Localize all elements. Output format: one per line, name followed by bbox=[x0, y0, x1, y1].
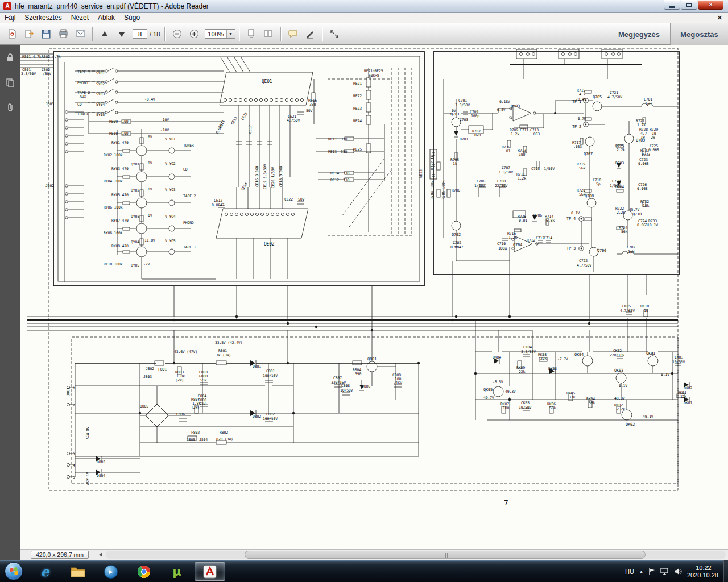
schematic-label: 33.5V (42.4V) bbox=[215, 340, 242, 345]
schematic-label: -7.7V bbox=[557, 357, 568, 361]
zoom-in-icon bbox=[189, 29, 199, 39]
print-button[interactable] bbox=[56, 27, 71, 41]
menubar-close-icon[interactable]: ✕ bbox=[717, 14, 722, 22]
schematic-label: D805 bbox=[140, 404, 148, 409]
schematic-label: CD bbox=[183, 167, 187, 172]
schematic-label: 0V bbox=[148, 187, 152, 192]
share-pane-button[interactable]: Megosztás bbox=[670, 23, 728, 45]
schematic-label: C714 bbox=[544, 236, 552, 240]
open-button[interactable] bbox=[5, 27, 19, 41]
minimize-button[interactable] bbox=[664, 0, 680, 10]
internet-explorer-icon: e bbox=[41, 564, 49, 579]
attachments-button[interactable] bbox=[5, 102, 16, 113]
taskbar-adobe-reader-button[interactable] bbox=[195, 562, 225, 581]
schematic-label: R704 100k bbox=[430, 181, 435, 199]
send-file-button[interactable] bbox=[22, 27, 36, 41]
page-display-button[interactable] bbox=[261, 27, 276, 41]
action-center-flag-icon[interactable] bbox=[648, 568, 655, 576]
zoom-in-button[interactable] bbox=[187, 27, 201, 41]
zoom-out-icon bbox=[172, 29, 182, 39]
schematic-label: D804 bbox=[97, 473, 105, 478]
menu-view[interactable]: Nézet bbox=[67, 13, 93, 22]
taskbar-utorrent-button[interactable]: µ bbox=[160, 560, 193, 582]
volume-icon[interactable] bbox=[674, 568, 682, 575]
scroll-mode-button[interactable] bbox=[244, 27, 259, 41]
schematic-label: CK02 bbox=[613, 348, 622, 353]
schematic-label: CK04 bbox=[523, 345, 532, 350]
schematic-label: TAPE 2 bbox=[183, 194, 196, 198]
taskbar-internet-explorer-button[interactable]: e bbox=[28, 560, 61, 582]
network-icon[interactable] bbox=[660, 568, 669, 575]
taskbar-chrome-button[interactable] bbox=[127, 560, 160, 582]
page-down-icon bbox=[118, 30, 126, 38]
toolbar-separator bbox=[322, 27, 322, 41]
schematic-label: ACW 8V bbox=[85, 427, 90, 439]
schematic-label: J502 bbox=[46, 184, 54, 188]
schematic-label: C707 bbox=[502, 165, 510, 170]
schematic-label: -8.4V bbox=[144, 97, 155, 102]
comment-button[interactable] bbox=[286, 27, 300, 41]
schematic-label: C703 bbox=[460, 118, 468, 122]
schematic-label: RE21 bbox=[353, 81, 362, 86]
save-button[interactable] bbox=[39, 27, 53, 41]
previous-page-button[interactable] bbox=[97, 27, 112, 41]
schematic-label: 33k bbox=[569, 395, 575, 400]
horizontal-scrollbar-track[interactable] bbox=[106, 551, 726, 559]
schematic-label: DK01 bbox=[684, 401, 692, 405]
schematic-label: 4 bbox=[73, 463, 75, 467]
schematic-label: D803 bbox=[97, 460, 105, 464]
schematic-label: QE02 bbox=[264, 242, 274, 247]
chevron-down-icon[interactable]: ▼ bbox=[226, 30, 235, 38]
schematic-label: CE19 3.3/50V bbox=[263, 164, 267, 189]
next-page-button[interactable] bbox=[114, 27, 129, 41]
menu-edit[interactable]: Szerkesztés bbox=[20, 13, 66, 22]
schematic-label: 2.2k bbox=[617, 407, 625, 411]
page-number-input[interactable] bbox=[133, 29, 147, 39]
taskbar-clock[interactable]: 10:22 2020.10.28. bbox=[687, 564, 720, 579]
menu-window[interactable]: Ablak bbox=[93, 13, 119, 22]
schematic-label: 330 bbox=[341, 149, 347, 154]
schematic-label: C722 bbox=[579, 259, 588, 263]
email-button[interactable] bbox=[73, 27, 88, 41]
system-tray: HU ▲ 10:22 2020.10.28. bbox=[625, 560, 720, 582]
maximize-button[interactable] bbox=[681, 0, 697, 10]
schematic-label: 100μ bbox=[498, 246, 507, 251]
document-area[interactable]: R501 4.7kR502 4.7kC5013.3/50VC502/50VJ50… bbox=[20, 45, 728, 549]
page-size-indicator: 420,0 x 296,7 mm bbox=[31, 551, 89, 559]
fullscreen-button[interactable] bbox=[327, 27, 342, 41]
language-indicator[interactable]: HU bbox=[625, 568, 634, 575]
menu-file[interactable]: Fájl bbox=[0, 13, 20, 22]
taskbar: e ▶ µ HU ▲ 10:22 bbox=[0, 560, 728, 582]
page-thumbnails-button[interactable] bbox=[5, 77, 16, 88]
horizontal-scrollbar-thumb[interactable] bbox=[245, 551, 646, 559]
schematic-label: (2W) bbox=[191, 405, 200, 410]
schematic-label: 1μH bbox=[628, 250, 634, 254]
schematic-label: C806 bbox=[176, 412, 185, 417]
schematic-label: R702 1k bbox=[430, 155, 435, 170]
schematic-label: F801 bbox=[158, 367, 167, 372]
start-button[interactable] bbox=[5, 562, 23, 580]
schematic-label: Q706 bbox=[597, 248, 606, 253]
menu-bar: Fájl Szerkesztés Nézet Ablak Súgó ✕ bbox=[0, 13, 728, 23]
taskbar-media-player-button[interactable]: ▶ bbox=[94, 560, 127, 582]
close-button[interactable]: ✕ bbox=[698, 0, 723, 10]
schematic-label: D806 bbox=[362, 384, 370, 389]
show-desktop-button[interactable] bbox=[723, 560, 728, 582]
schematic-label: 22/50V bbox=[495, 184, 507, 188]
sign-button[interactable] bbox=[303, 27, 317, 41]
comment-bubble-icon bbox=[288, 29, 298, 39]
zoom-out-button[interactable] bbox=[169, 27, 184, 41]
schematic-label: 330 bbox=[341, 137, 347, 142]
menu-help[interactable]: Súgó bbox=[119, 13, 144, 22]
schematic-label: SY03 bbox=[96, 92, 105, 97]
zoom-level-select[interactable]: 100% ▼ bbox=[205, 29, 235, 39]
scroll-left-arrow-icon[interactable] bbox=[99, 552, 102, 557]
schematic-label: C708 bbox=[497, 179, 506, 184]
page-up-icon bbox=[101, 30, 109, 38]
security-panel-button[interactable] bbox=[5, 52, 16, 63]
hidden-icons-chevron-icon[interactable]: ▲ bbox=[639, 569, 643, 573]
comments-pane-button[interactable]: Megjegyzés bbox=[618, 23, 660, 45]
clock-time: 10:22 bbox=[687, 564, 720, 572]
schematic-label: CE20 1/50V bbox=[271, 167, 275, 188]
taskbar-explorer-button[interactable] bbox=[61, 560, 94, 582]
